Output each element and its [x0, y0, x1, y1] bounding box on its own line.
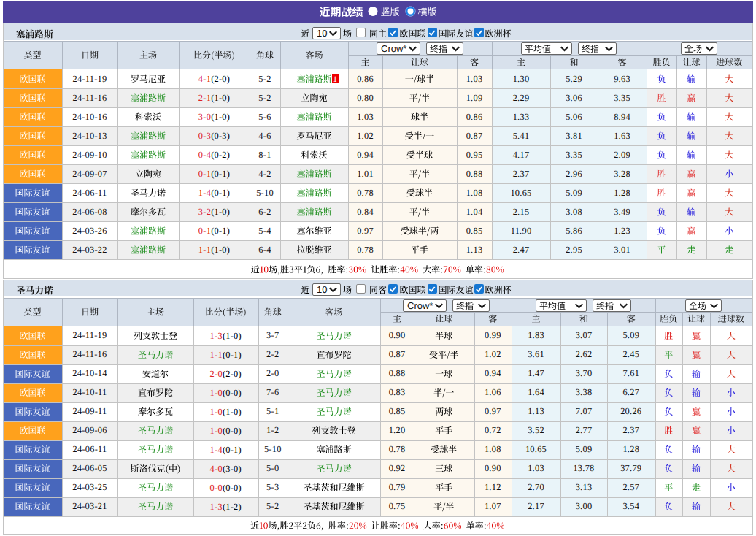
svg-text:1.12: 1.12 — [485, 482, 501, 492]
svg-text:1.03: 1.03 — [466, 74, 483, 84]
svg-text:3-0(1-0): 3-0(1-0) — [198, 112, 230, 122]
svg-text:3-7: 3-7 — [266, 330, 279, 340]
svg-text:3.28: 3.28 — [614, 169, 630, 179]
svg-text:2.37: 2.37 — [513, 169, 530, 179]
svg-text:1-3(1-0): 1-3(1-0) — [210, 331, 242, 341]
svg-text:1.28: 1.28 — [622, 444, 639, 454]
svg-text:5-2: 5-2 — [258, 74, 271, 84]
svg-text:0.75: 0.75 — [389, 501, 406, 511]
svg-text:24-06-11: 24-06-11 — [73, 444, 107, 454]
svg-text:6.27: 6.27 — [622, 387, 639, 397]
svg-text:24-09-11: 24-09-11 — [73, 406, 107, 416]
svg-text:2.95: 2.95 — [566, 245, 582, 255]
svg-text:11.90: 11.90 — [511, 226, 532, 236]
svg-text:24-06-08: 24-06-08 — [72, 207, 107, 217]
svg-text:0-1(0-1): 0-1(0-1) — [198, 169, 230, 179]
svg-text:2.29: 2.29 — [513, 93, 530, 103]
svg-text:0.88: 0.88 — [389, 368, 406, 378]
svg-text:24-09-06: 24-09-06 — [72, 425, 107, 435]
svg-text:0.90: 0.90 — [389, 330, 406, 340]
svg-text:24-03-21: 24-03-21 — [72, 501, 107, 511]
svg-text:4-0(3-0): 4-0(3-0) — [210, 464, 242, 474]
svg-text:0.99: 0.99 — [485, 330, 501, 340]
svg-text:5.09: 5.09 — [622, 330, 639, 340]
svg-text:3.49: 3.49 — [614, 207, 630, 217]
svg-text:Crow*: Crow* — [407, 300, 433, 311]
svg-text:0.97: 0.97 — [485, 406, 501, 416]
svg-text:24-03-22: 24-03-22 — [72, 245, 107, 255]
svg-text:7.61: 7.61 — [622, 368, 639, 378]
svg-text:0.94: 0.94 — [357, 150, 374, 160]
svg-text:3.52: 3.52 — [528, 425, 544, 435]
svg-text:5-2: 5-2 — [258, 93, 271, 103]
svg-text:0.78: 0.78 — [357, 245, 374, 255]
svg-text:3.61: 3.61 — [528, 349, 544, 359]
svg-text:8.94: 8.94 — [614, 112, 630, 122]
svg-text:1.30: 1.30 — [513, 74, 530, 84]
svg-text:5-10: 5-10 — [256, 188, 274, 198]
svg-text:1-0(1-0): 1-0(1-0) — [210, 407, 242, 417]
svg-text:1.09: 1.09 — [466, 93, 483, 103]
svg-text:5-0: 5-0 — [266, 463, 279, 473]
svg-text:3.08: 3.08 — [566, 207, 582, 217]
svg-text:0.79: 0.79 — [389, 482, 406, 492]
svg-text:37.79: 37.79 — [620, 463, 641, 473]
svg-text:1.08: 1.08 — [466, 188, 483, 198]
svg-text:3.35: 3.35 — [566, 150, 582, 160]
svg-text:0.84: 0.84 — [357, 207, 374, 217]
svg-text:2.77: 2.77 — [576, 425, 593, 435]
svg-text:3-2(1-0): 3-2(1-0) — [198, 207, 230, 217]
svg-text:0.85: 0.85 — [389, 406, 406, 416]
svg-text:5-4: 5-4 — [258, 226, 271, 236]
svg-text:2.45: 2.45 — [622, 349, 639, 359]
svg-text:1-0(0-0): 1-0(0-0) — [210, 388, 242, 398]
svg-text:24-11-19: 24-11-19 — [73, 74, 107, 84]
svg-text:2-0(2-0): 2-0(2-0) — [210, 369, 242, 379]
svg-text:1-0(0-0): 1-0(0-0) — [210, 426, 242, 436]
svg-text:0.92: 0.92 — [389, 463, 406, 473]
svg-text:24-09-10: 24-09-10 — [72, 150, 107, 160]
svg-text:0.90: 0.90 — [485, 463, 501, 473]
svg-text:24-09-07: 24-09-07 — [72, 169, 107, 179]
svg-text:5.86: 5.86 — [566, 226, 582, 236]
svg-text:24-11-16: 24-11-16 — [73, 349, 107, 359]
svg-text:1.08: 1.08 — [485, 444, 501, 454]
svg-text:1-1(1-0): 1-1(1-0) — [198, 245, 230, 255]
svg-text:5-10: 5-10 — [264, 444, 282, 454]
svg-text:3.54: 3.54 — [622, 501, 639, 511]
svg-text:5-6: 5-6 — [258, 112, 271, 122]
svg-text:0.72: 0.72 — [485, 425, 501, 435]
svg-text:4-6: 4-6 — [258, 131, 271, 141]
svg-text:1.64: 1.64 — [528, 387, 544, 397]
svg-text:2-1(1-0): 2-1(1-0) — [198, 93, 230, 103]
svg-text:3.00: 3.00 — [576, 501, 593, 511]
svg-text:2.57: 2.57 — [622, 482, 639, 492]
svg-text:24-11-19: 24-11-19 — [73, 330, 107, 340]
svg-text:1.06: 1.06 — [485, 387, 501, 397]
svg-text:24-10-16: 24-10-16 — [72, 112, 107, 122]
svg-text:3.13: 3.13 — [576, 482, 593, 492]
svg-text:2.96: 2.96 — [566, 169, 582, 179]
svg-text:4.17: 4.17 — [513, 150, 530, 160]
svg-text:7-6: 7-6 — [266, 387, 279, 397]
svg-text:10.65: 10.65 — [510, 188, 531, 198]
svg-text:3.07: 3.07 — [576, 330, 593, 340]
svg-text:1-2: 1-2 — [266, 425, 279, 435]
svg-text:4-2: 4-2 — [258, 169, 271, 179]
svg-text:5-3: 5-3 — [266, 482, 279, 492]
svg-text:5-2: 5-2 — [266, 501, 279, 511]
svg-text:10: 10 — [317, 28, 327, 39]
svg-text:3.81: 3.81 — [566, 131, 582, 141]
svg-text:2.47: 2.47 — [513, 245, 530, 255]
svg-text:2.17: 2.17 — [528, 501, 544, 511]
svg-text:20.26: 20.26 — [620, 406, 641, 416]
svg-text:7.07: 7.07 — [576, 406, 593, 416]
svg-text:5.09: 5.09 — [576, 444, 593, 454]
svg-text:0.78: 0.78 — [389, 444, 406, 454]
svg-text:1.23: 1.23 — [614, 226, 630, 236]
svg-text:5.41: 5.41 — [513, 131, 530, 141]
svg-text:5.29: 5.29 — [566, 74, 582, 84]
svg-text:1.20: 1.20 — [389, 425, 406, 435]
svg-text:24-10-13: 24-10-13 — [72, 131, 107, 141]
svg-text:0.85: 0.85 — [466, 226, 483, 236]
